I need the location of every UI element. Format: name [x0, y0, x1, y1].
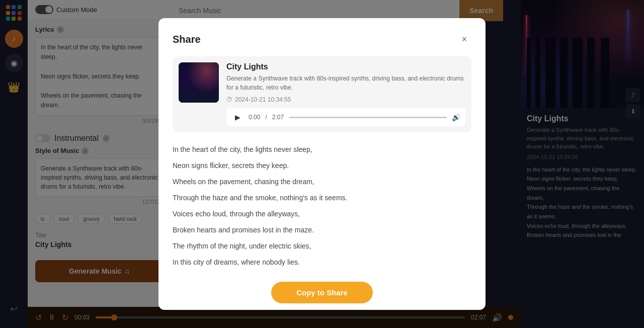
share-modal: Share × City Lights Generate a Synthwave… — [158, 18, 486, 310]
modal-track-date: ⏱ 2024-10-21 10:34:55 — [226, 96, 465, 103]
modal-lyric-6: The rhythm of the night, under electric … — [173, 239, 471, 253]
modal-title: Share — [173, 34, 201, 45]
modal-progress-bar[interactable] — [289, 117, 447, 118]
modal-duration: 2:07 — [272, 114, 284, 121]
modal-lyrics: In the heart of the city, the lights nev… — [173, 142, 471, 269]
modal-close-button[interactable]: × — [457, 32, 471, 46]
modal-lyric-0: In the heart of the city, the lights nev… — [173, 142, 471, 156]
modal-lyric-5: Broken hearts and promises lost in the m… — [173, 223, 471, 237]
copy-to-share-button[interactable]: Copy to Share — [271, 282, 373, 303]
modal-album-overlay — [179, 62, 219, 103]
modal-track-title: City Lights — [226, 62, 465, 71]
modal-lyric-2: Wheels on the pavement, chasing the drea… — [173, 175, 471, 189]
modal-lyric-3: Through the haze and the smoke, nothing'… — [173, 191, 471, 205]
modal-lyric-7: In this city of dreams, where nobody lie… — [173, 255, 471, 269]
clock-icon: ⏱ — [226, 96, 232, 103]
modal-volume-icon[interactable]: 🔊 — [452, 113, 460, 121]
modal-player: ▶ 0:00 / 2:07 🔊 — [226, 108, 465, 126]
modal-album-art — [179, 62, 219, 103]
modal-time-sep: / — [265, 114, 267, 121]
modal-lyric-1: Neon signs flicker, secrets they keep. — [173, 158, 471, 173]
modal-track-info: City Lights Generate a Synthwave track w… — [173, 56, 471, 132]
modal-lyric-4: Voices echo loud, through the alleyways, — [173, 207, 471, 221]
modal-header: Share × — [173, 32, 471, 46]
modal-play-button[interactable]: ▶ — [231, 111, 244, 123]
modal-current-time: 0:00 — [249, 114, 260, 121]
modal-track-desc: Generate a Synthwave track with 80s-insp… — [226, 74, 465, 92]
modal-overlay[interactable]: Share × City Lights Generate a Synthwave… — [0, 0, 644, 328]
modal-track-details: City Lights Generate a Synthwave track w… — [226, 62, 465, 126]
